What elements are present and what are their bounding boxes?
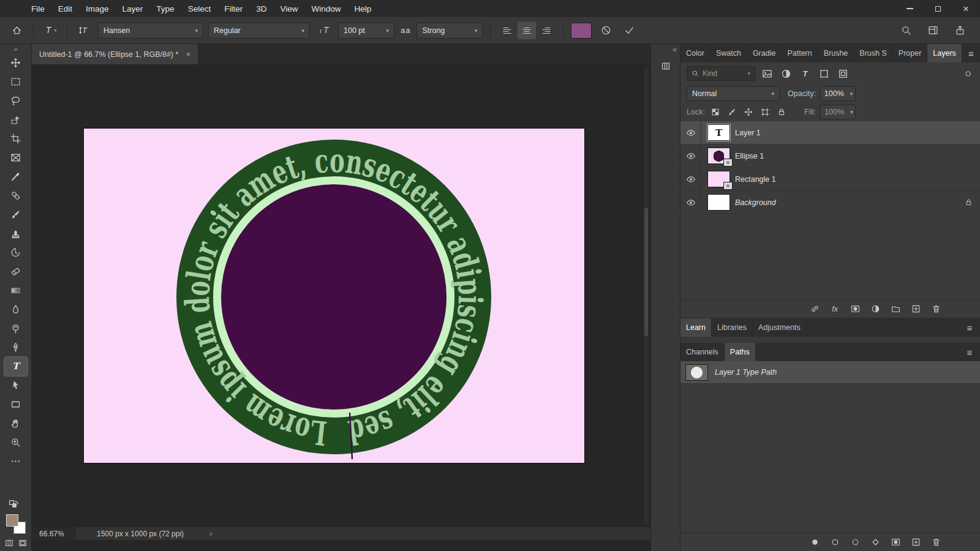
zoom-level-field[interactable]: 66.67% — [32, 527, 76, 540]
marquee-tool[interactable] — [4, 72, 28, 91]
tab-paths[interactable]: Paths — [725, 343, 756, 361]
layer-row-rectangle-1[interactable]: Rectangle 1 — [680, 168, 980, 191]
tab-brushes[interactable]: Brushe — [818, 44, 854, 62]
panel-menu-icon[interactable]: ≡ — [959, 343, 980, 361]
pen-tool[interactable] — [4, 338, 28, 357]
type-layer-thumbnail[interactable]: T — [707, 124, 730, 141]
default-swap-colors-button[interactable] — [9, 500, 23, 512]
layer-row-layer-1[interactable]: T Layer 1 — [680, 121, 980, 144]
tool-preset-button[interactable]: T▾ — [41, 21, 59, 40]
status-chevron-icon[interactable]: › — [209, 529, 212, 538]
menu-view[interactable]: View — [273, 0, 304, 17]
font-size-select[interactable]: 100 pt ▾ — [338, 23, 394, 39]
layer-name[interactable]: Ellipse 1 — [735, 152, 764, 160]
background-layer-thumbnail[interactable] — [707, 194, 730, 211]
search-button[interactable] — [897, 21, 915, 40]
collapse-panels-button[interactable]: « — [673, 45, 677, 54]
frame-tool[interactable] — [4, 148, 28, 167]
tab-layers[interactable]: Layers — [927, 44, 962, 62]
load-path-as-selection-button[interactable] — [849, 536, 861, 549]
clone-stamp-tool[interactable] — [4, 224, 28, 243]
toolbar-expand-button[interactable]: » — [0, 44, 31, 53]
menu-filter[interactable]: Filter — [217, 0, 249, 17]
visibility-toggle[interactable] — [680, 144, 701, 167]
canvas-artboard[interactable]: Lorem ipsum dolor sit amet, consectetur … — [84, 129, 584, 463]
healing-brush-tool[interactable] — [4, 186, 28, 205]
foreground-color-swatch[interactable] — [6, 514, 18, 527]
restore-button[interactable] — [924, 0, 952, 17]
path-row-type-path[interactable]: Layer 1 Type Path — [680, 361, 980, 384]
quick-mask-icon[interactable] — [5, 539, 13, 547]
collapsed-panel-button[interactable] — [657, 58, 674, 75]
move-tool[interactable] — [4, 53, 28, 72]
layer-row-ellipse-1[interactable]: Ellipse 1 — [680, 144, 980, 168]
hand-tool[interactable] — [4, 414, 28, 433]
text-color-swatch[interactable] — [571, 23, 592, 39]
font-style-select[interactable]: Regular ▾ — [208, 23, 310, 39]
rectangle-tool[interactable] — [4, 395, 28, 414]
layer-name[interactable]: Layer 1 — [735, 129, 761, 137]
layer-filter-toggle[interactable] — [962, 67, 974, 80]
blur-tool[interactable] — [4, 300, 28, 319]
layer-filter-select[interactable]: Kind ▾ — [687, 66, 755, 81]
layer-name[interactable]: Background — [735, 198, 776, 207]
zoom-tool[interactable] — [4, 433, 28, 452]
filter-shape-layers-button[interactable] — [816, 66, 831, 81]
layer-effects-button[interactable]: fx — [829, 303, 841, 315]
brush-tool[interactable] — [4, 205, 28, 224]
layer-row-background[interactable]: Background — [680, 191, 980, 214]
document-close-icon[interactable]: × — [186, 50, 190, 59]
add-mask-from-path-button[interactable] — [889, 536, 902, 549]
make-work-path-button[interactable] — [869, 536, 881, 549]
new-layer-button[interactable] — [910, 303, 922, 315]
cancel-edits-button[interactable] — [597, 21, 615, 40]
filter-smart-objects-button[interactable] — [835, 66, 850, 81]
tab-color[interactable]: Color — [680, 44, 710, 62]
delete-path-button[interactable] — [930, 536, 942, 549]
menu-help[interactable]: Help — [347, 0, 378, 17]
tab-properties[interactable]: Proper — [893, 44, 928, 62]
history-brush-tool[interactable] — [4, 243, 28, 262]
tab-patterns[interactable]: Pattern — [782, 44, 818, 62]
eraser-tool[interactable] — [4, 262, 28, 281]
link-layers-button[interactable] — [809, 303, 821, 315]
menu-edit[interactable]: Edit — [51, 0, 79, 17]
object-selection-tool[interactable] — [4, 110, 28, 129]
tab-swatches[interactable]: Swatch — [710, 44, 747, 62]
visibility-toggle[interactable] — [680, 191, 701, 214]
align-right-button[interactable] — [537, 22, 556, 39]
menu-layer[interactable]: Layer — [116, 0, 150, 17]
commit-edits-button[interactable] — [620, 21, 638, 40]
minimize-button[interactable] — [895, 0, 924, 17]
menu-file[interactable]: File — [24, 0, 51, 17]
menu-select[interactable]: Select — [181, 0, 218, 17]
scrollbar-thumb[interactable] — [644, 208, 648, 336]
menu-3d[interactable]: 3D — [249, 0, 273, 17]
tab-adjustments[interactable]: Adjustments — [753, 318, 807, 337]
font-family-select[interactable]: Hansen ▾ — [98, 23, 203, 39]
path-selection-tool[interactable] — [4, 376, 28, 395]
lock-all-button[interactable] — [775, 106, 788, 118]
new-group-button[interactable] — [889, 303, 902, 315]
screen-mode-icon[interactable] — [18, 539, 27, 547]
anti-alias-select[interactable]: Strong ▾ — [417, 23, 483, 39]
dodge-tool[interactable] — [4, 319, 28, 338]
tab-brush-settings[interactable]: Brush S — [854, 44, 892, 62]
fill-field[interactable]: 100% ▾ — [820, 105, 856, 119]
lock-transparency-button[interactable] — [709, 106, 722, 118]
lasso-tool[interactable] — [4, 91, 28, 110]
tab-learn[interactable]: Learn — [680, 318, 712, 337]
layer-name[interactable]: Rectangle 1 — [735, 175, 776, 184]
filter-adjustment-layers-button[interactable] — [778, 66, 793, 81]
eyedropper-tool[interactable] — [4, 167, 28, 186]
tab-gradients[interactable]: Gradie — [747, 44, 782, 62]
crop-tool[interactable] — [4, 129, 28, 148]
canvas-vertical-scrollbar[interactable] — [644, 67, 649, 525]
opacity-field[interactable]: 100% ▾ — [820, 86, 856, 101]
panel-menu-icon[interactable]: ≡ — [959, 318, 980, 337]
align-center-button[interactable] — [518, 22, 536, 39]
edit-toolbar-button[interactable] — [4, 452, 28, 471]
lock-position-button[interactable] — [742, 106, 755, 118]
add-layer-mask-button[interactable] — [849, 303, 861, 315]
tab-channels[interactable]: Channels — [680, 343, 725, 361]
